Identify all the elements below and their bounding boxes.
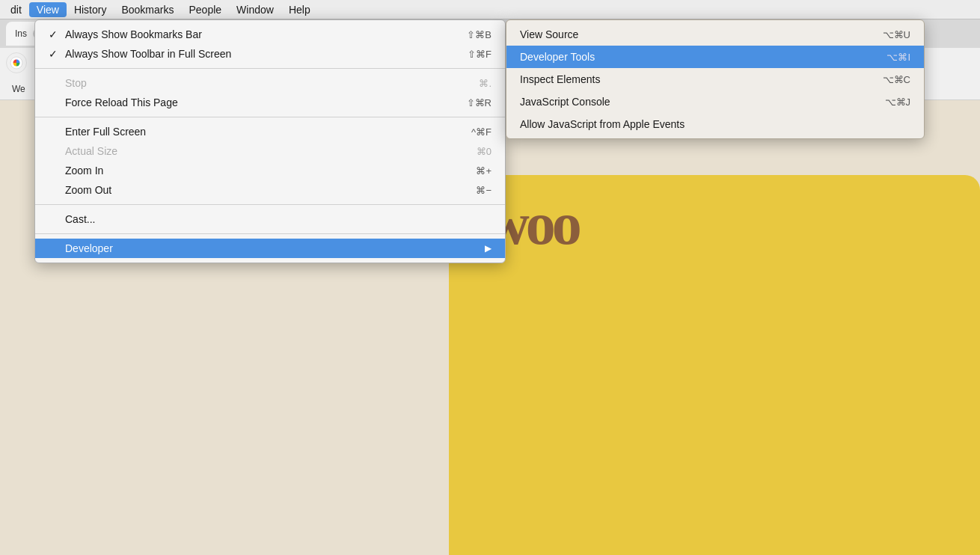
menu-item-zoom-in[interactable]: Zoom In ⌘+ xyxy=(35,161,505,180)
checkmark-spacer xyxy=(49,96,61,108)
menu-shortcut: ⇧⌘F xyxy=(468,49,491,60)
checkmark-spacer xyxy=(49,145,61,157)
menu-item-help[interactable]: Help xyxy=(281,2,318,17)
menu-section-1: ✓ Always Show Bookmarks Bar ⇧⌘B ✓ Always… xyxy=(35,23,505,65)
menu-item-label: ✓ Always Show Bookmarks Bar xyxy=(49,28,467,40)
bookmark-item-we[interactable]: We xyxy=(6,82,31,96)
checkmark-icon: ✓ xyxy=(49,48,61,60)
bookmark-label: We xyxy=(12,84,25,94)
dev-menu-label: Developer Tools xyxy=(520,51,857,63)
dev-menu-shortcut: ⌥⌘C xyxy=(883,74,910,85)
dev-menu-shortcut: ⌥⌘U xyxy=(883,29,910,40)
menu-item-label: Zoom In xyxy=(49,165,476,177)
menu-item-label: Actual Size xyxy=(49,145,477,157)
menu-shortcut: ⌘− xyxy=(476,185,491,196)
google-logo xyxy=(6,52,27,73)
menu-shortcut: ⌘0 xyxy=(477,146,491,157)
menu-item-label: Cast... xyxy=(49,213,491,225)
checkmark-spacer xyxy=(49,165,61,177)
menu-shortcut: ⌘+ xyxy=(476,165,491,177)
menu-item-label: Zoom Out xyxy=(49,184,476,196)
menu-shortcut: ⇧⌘R xyxy=(467,97,491,108)
dev-menu-label: Allow JavaScript from Apple Events xyxy=(520,118,881,130)
view-menu-dropdown: ✓ Always Show Bookmarks Bar ⇧⌘B ✓ Always… xyxy=(34,19,506,263)
menu-section-2: Stop ⌘. Force Reload This Page ⇧⌘R xyxy=(35,72,505,114)
menu-item-bookmarks[interactable]: Bookmarks xyxy=(114,2,181,17)
menu-divider-3 xyxy=(35,204,505,205)
menu-shortcut: ⇧⌘B xyxy=(467,29,491,40)
checkmark-icon: ✓ xyxy=(49,28,61,40)
menu-divider-1 xyxy=(35,68,505,69)
menu-shortcut: ⌘. xyxy=(479,78,491,89)
menu-item-developer[interactable]: Developer ▶ xyxy=(35,239,505,258)
dev-menu-label: View Source xyxy=(520,28,853,40)
menu-item-label: Force Reload This Page xyxy=(49,96,467,108)
menu-item-label: Enter Full Screen xyxy=(49,126,471,138)
menu-item-enter-full-screen[interactable]: Enter Full Screen ^⌘F xyxy=(35,122,505,141)
menu-item-always-show-toolbar[interactable]: ✓ Always Show Toolbar in Full Screen ⇧⌘F xyxy=(35,44,505,64)
menu-item-cast[interactable]: Cast... xyxy=(35,209,505,229)
menu-item-actual-size: Actual Size ⌘0 xyxy=(35,141,505,161)
menu-divider-2 xyxy=(35,117,505,117)
checkmark-spacer xyxy=(49,126,61,138)
menu-item-label: Stop xyxy=(49,77,479,89)
checkmark-spacer xyxy=(49,184,61,196)
menu-item-force-reload[interactable]: Force Reload This Page ⇧⌘R xyxy=(35,93,505,112)
menu-section-5: Developer ▶ xyxy=(35,237,505,260)
menu-item-view[interactable]: View xyxy=(29,2,67,17)
menu-item-stop: Stop ⌘. xyxy=(35,73,505,93)
dev-menu-item-developer-tools[interactable]: Developer Tools ⌥⌘I xyxy=(506,46,924,68)
dev-menu-label: Inspect Elements xyxy=(520,73,853,85)
checkmark-spacer xyxy=(49,213,61,225)
menu-item-window[interactable]: Window xyxy=(229,2,281,17)
menu-item-people[interactable]: People xyxy=(181,2,229,17)
tab-label: Ins xyxy=(15,28,27,39)
menu-section-3: Enter Full Screen ^⌘F Actual Size ⌘0 Zoo… xyxy=(35,120,505,201)
submenu-arrow-icon: ▶ xyxy=(485,243,491,254)
dev-menu-shortcut: ⌥⌘J xyxy=(885,96,911,108)
menu-item-zoom-out[interactable]: Zoom Out ⌘− xyxy=(35,180,505,200)
dev-menu-shortcut: ⌥⌘I xyxy=(886,52,910,63)
developer-submenu: View Source ⌥⌘U Developer Tools ⌥⌘I Insp… xyxy=(506,19,925,139)
menu-item-label: ✓ Always Show Toolbar in Full Screen xyxy=(49,48,468,60)
menu-section-4: Cast... xyxy=(35,208,505,230)
menu-item-edit[interactable]: dit xyxy=(3,2,29,17)
menu-item-history[interactable]: History xyxy=(67,2,114,17)
menu-item-label: Developer xyxy=(49,242,479,254)
checkmark-spacer xyxy=(49,77,61,89)
yellow-section: woo xyxy=(449,175,980,555)
menu-shortcut: ^⌘F xyxy=(471,126,491,138)
dev-menu-item-view-source[interactable]: View Source ⌥⌘U xyxy=(506,23,924,46)
dev-menu-item-inspect-elements[interactable]: Inspect Elements ⌥⌘C xyxy=(506,68,924,91)
dev-menu-item-allow-javascript[interactable]: Allow JavaScript from Apple Events xyxy=(506,113,924,135)
menu-divider-4 xyxy=(35,233,505,234)
dev-menu-item-javascript-console[interactable]: JavaScript Console ⌥⌘J xyxy=(506,91,924,113)
checkmark-spacer xyxy=(49,242,61,254)
menu-item-always-show-bookmarks[interactable]: ✓ Always Show Bookmarks Bar ⇧⌘B xyxy=(35,25,505,44)
menu-bar: dit View History Bookmarks People Window… xyxy=(0,0,980,19)
dev-menu-label: JavaScript Console xyxy=(520,96,855,108)
